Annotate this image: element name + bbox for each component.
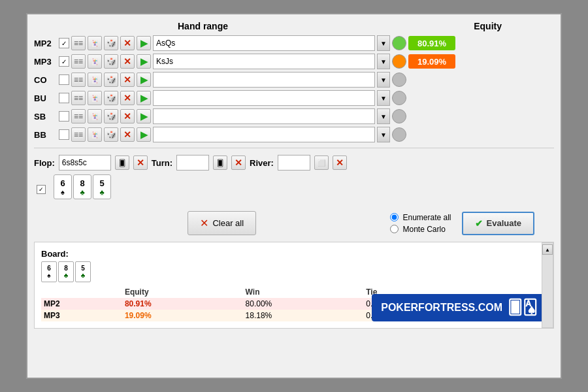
equity-circle-co <box>392 73 406 87</box>
player-checkbox-sb[interactable] <box>59 111 69 122</box>
flop-input[interactable] <box>59 155 111 171</box>
player-label-mp2: MP2 <box>34 39 57 48</box>
range-matrix-co[interactable]: ≡≡ <box>71 73 86 87</box>
clear-btn-mp3[interactable]: ✕ <box>120 54 135 69</box>
evaluate-button[interactable]: ✔ Evaluate <box>462 212 534 235</box>
flop-card: 5♣ <box>93 174 111 199</box>
hand-range-input-sb[interactable] <box>153 108 375 124</box>
range-matrix-sb[interactable]: ≡≡ <box>71 109 86 123</box>
player-rows: MP2 ✓ ≡≡ 🃏 🎲 ✕ ▶ ▼ 80.91% MP3 ✓ ≡≡ 🃏 🎲 ✕… <box>34 35 554 142</box>
hand-range-input-mp3[interactable] <box>153 54 375 69</box>
dice-btn-bu[interactable]: 🎲 <box>104 91 118 105</box>
dropdown-co[interactable]: ▼ <box>377 72 390 88</box>
river-card-display: ⬜ <box>314 155 329 170</box>
equity-circle-bb <box>392 127 406 142</box>
dice-btn-sb[interactable]: 🎲 <box>104 109 118 123</box>
arrow-btn-bu[interactable]: ▶ <box>137 91 151 105</box>
main-window: Hand range Equity MP2 ✓ ≡≡ 🃏 🎲 ✕ ▶ ▼ 80.… <box>26 13 562 379</box>
arrow-btn-mp3[interactable]: ▶ <box>137 54 151 69</box>
player-row-bb: BB ≡≡ 🃏 🎲 ✕ ▶ ▼ <box>34 127 554 142</box>
dice-btn-mp3[interactable]: 🎲 <box>104 54 118 69</box>
player-row-bu: BU ≡≡ 🃏 🎲 ✕ ▶ ▼ <box>34 90 554 106</box>
dropdown-bb[interactable]: ▼ <box>377 127 390 142</box>
flop-card-picker[interactable]: 🂠 <box>115 155 129 170</box>
results-panel: Board: 6♠8♣5♣ Equity Win Tie MP2 80.91% … <box>34 242 554 329</box>
calculation-options: Enumerate all Monte Carlo <box>390 213 451 234</box>
player-label-co: CO <box>34 75 57 85</box>
flop-cards-display: 6♠8♣5♣ <box>54 174 111 199</box>
clear-icon: ✕ <box>200 217 208 229</box>
hand-range-input-co[interactable] <box>153 72 375 88</box>
turn-clear[interactable]: ✕ <box>231 155 246 170</box>
enumerate-all-radio[interactable] <box>390 213 399 221</box>
player-checkbox-mp3[interactable]: ✓ <box>59 56 69 67</box>
hand-range-input-bb[interactable] <box>153 127 375 142</box>
river-clear[interactable]: ✕ <box>333 155 347 170</box>
player-row-sb: SB ≡≡ 🃏 🎲 ✕ ▶ ▼ <box>34 108 554 124</box>
equity-circle-mp3 <box>392 54 406 69</box>
equity-circle-mp2 <box>392 36 406 50</box>
monte-carlo-radio[interactable] <box>390 225 399 233</box>
player-checkbox-bu[interactable] <box>59 93 69 103</box>
dropdown-bu[interactable]: ▼ <box>377 90 390 106</box>
board-checkbox[interactable]: ✓ <box>37 185 46 194</box>
player-row-mp2: MP2 ✓ ≡≡ 🃏 🎲 ✕ ▶ ▼ 80.91% <box>34 35 554 51</box>
arrow-btn-mp2[interactable]: ▶ <box>137 36 151 50</box>
suits-btn-mp2[interactable]: 🃏 <box>88 36 102 50</box>
player-checkbox-bb[interactable] <box>59 129 69 140</box>
clear-btn-sb[interactable]: ✕ <box>120 109 135 123</box>
clear-all-button[interactable]: ✕ Clear all <box>188 211 256 235</box>
dropdown-sb[interactable]: ▼ <box>377 108 390 124</box>
check-icon: ✔ <box>475 218 483 229</box>
player-label-bb: BB <box>34 130 57 140</box>
player-label-bu: BU <box>34 93 57 103</box>
dice-btn-mp2[interactable]: 🎲 <box>104 36 118 50</box>
flop-label: Flop: <box>34 158 55 168</box>
equity-header: Equity <box>474 21 502 31</box>
clear-btn-bb[interactable]: ✕ <box>120 127 135 142</box>
dropdown-mp2[interactable]: ▼ <box>377 35 390 51</box>
arrow-btn-co[interactable]: ▶ <box>137 73 151 87</box>
equity-circle-sb <box>392 109 406 123</box>
player-checkbox-co[interactable] <box>59 74 69 85</box>
range-matrix-bu[interactable]: ≡≡ <box>71 91 86 105</box>
equity-badge-mp2: 80.91% <box>408 36 455 50</box>
flop-card: 8♣ <box>73 174 91 199</box>
result-board-card: 5♣ <box>75 261 91 282</box>
range-matrix-bb[interactable]: ≡≡ <box>71 127 86 142</box>
scrollbar[interactable]: ▲ <box>542 242 553 328</box>
turn-card-picker[interactable]: 🂠 <box>213 155 227 170</box>
clear-btn-co[interactable]: ✕ <box>120 73 135 87</box>
dice-btn-bb[interactable]: 🎲 <box>104 127 118 142</box>
result-board-card: 6♠ <box>41 261 57 282</box>
board-label: Board: <box>41 249 547 259</box>
scroll-up-button[interactable]: ▲ <box>542 244 553 255</box>
hand-range-input-bu[interactable] <box>153 90 375 106</box>
player-checkbox-mp2[interactable]: ✓ <box>59 38 69 48</box>
player-row-mp3: MP3 ✓ ≡≡ 🃏 🎲 ✕ ▶ ▼ 19.09% <box>34 54 554 69</box>
suits-btn-co[interactable]: 🃏 <box>88 73 102 87</box>
clear-btn-mp2[interactable]: ✕ <box>120 36 135 50</box>
column-headers: Hand range Equity <box>34 21 554 31</box>
suits-btn-bb[interactable]: 🃏 <box>88 127 102 142</box>
river-input[interactable] <box>278 155 310 171</box>
suits-btn-bu[interactable]: 🃏 <box>88 91 102 105</box>
cards-icon: 🂠🂡 <box>508 299 538 316</box>
enumerate-all-option: Enumerate all <box>390 213 451 222</box>
turn-input[interactable] <box>176 155 209 171</box>
equity-circle-bu <box>392 91 406 105</box>
suits-btn-mp3[interactable]: 🃏 <box>88 54 102 69</box>
result-board-card: 8♣ <box>58 261 74 282</box>
suits-btn-sb[interactable]: 🃏 <box>88 109 102 123</box>
turn-label: Turn: <box>152 158 172 168</box>
river-label: River: <box>250 158 274 168</box>
dice-btn-co[interactable]: 🎲 <box>104 73 118 87</box>
range-matrix-mp2[interactable]: ≡≡ <box>71 36 86 50</box>
arrow-btn-sb[interactable]: ▶ <box>137 109 151 123</box>
clear-btn-bu[interactable]: ✕ <box>120 91 135 105</box>
range-matrix-mp3[interactable]: ≡≡ <box>71 54 86 69</box>
arrow-btn-bb[interactable]: ▶ <box>137 127 151 142</box>
hand-range-input-mp2[interactable] <box>153 35 375 51</box>
dropdown-mp3[interactable]: ▼ <box>377 54 390 69</box>
flop-clear[interactable]: ✕ <box>133 155 148 170</box>
